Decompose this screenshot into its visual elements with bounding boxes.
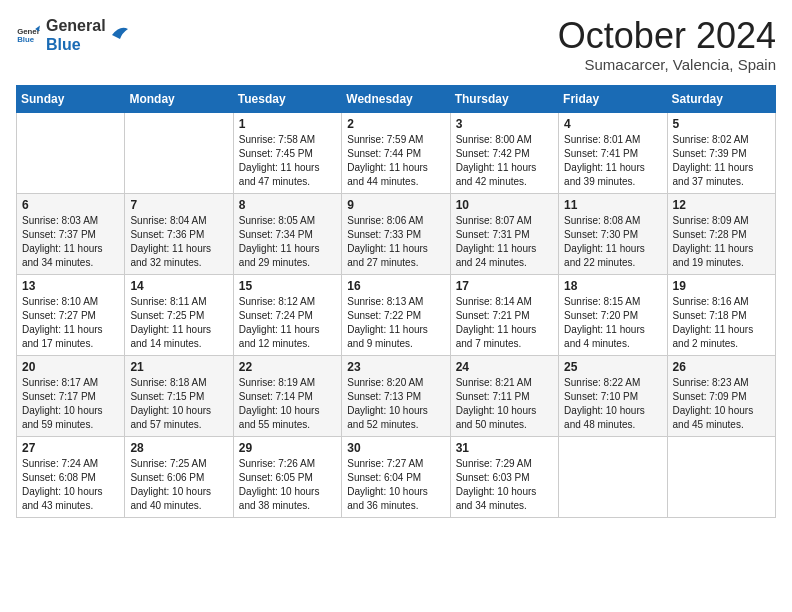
day-info: Sunrise: 8:10 AM Sunset: 7:27 PM Dayligh… <box>22 295 119 351</box>
day-number: 8 <box>239 198 336 212</box>
calendar-cell: 14Sunrise: 8:11 AM Sunset: 7:25 PM Dayli… <box>125 274 233 355</box>
day-number: 22 <box>239 360 336 374</box>
day-info: Sunrise: 7:27 AM Sunset: 6:04 PM Dayligh… <box>347 457 444 513</box>
logo-bird-icon <box>110 17 130 53</box>
calendar-cell: 3Sunrise: 8:00 AM Sunset: 7:42 PM Daylig… <box>450 112 558 193</box>
day-info: Sunrise: 7:59 AM Sunset: 7:44 PM Dayligh… <box>347 133 444 189</box>
calendar-cell: 21Sunrise: 8:18 AM Sunset: 7:15 PM Dayli… <box>125 355 233 436</box>
calendar-cell <box>559 436 667 517</box>
weekday-header-tuesday: Tuesday <box>233 85 341 112</box>
day-info: Sunrise: 8:09 AM Sunset: 7:28 PM Dayligh… <box>673 214 770 270</box>
calendar-cell <box>667 436 775 517</box>
calendar-cell: 30Sunrise: 7:27 AM Sunset: 6:04 PM Dayli… <box>342 436 450 517</box>
day-info: Sunrise: 7:58 AM Sunset: 7:45 PM Dayligh… <box>239 133 336 189</box>
day-number: 30 <box>347 441 444 455</box>
day-info: Sunrise: 8:23 AM Sunset: 7:09 PM Dayligh… <box>673 376 770 432</box>
day-number: 9 <box>347 198 444 212</box>
day-info: Sunrise: 8:00 AM Sunset: 7:42 PM Dayligh… <box>456 133 553 189</box>
weekday-header-row: SundayMondayTuesdayWednesdayThursdayFrid… <box>17 85 776 112</box>
weekday-header-monday: Monday <box>125 85 233 112</box>
calendar-cell <box>17 112 125 193</box>
weekday-header-thursday: Thursday <box>450 85 558 112</box>
day-number: 29 <box>239 441 336 455</box>
day-number: 15 <box>239 279 336 293</box>
day-info: Sunrise: 8:06 AM Sunset: 7:33 PM Dayligh… <box>347 214 444 270</box>
calendar-cell: 11Sunrise: 8:08 AM Sunset: 7:30 PM Dayli… <box>559 193 667 274</box>
day-number: 13 <box>22 279 119 293</box>
calendar-cell: 22Sunrise: 8:19 AM Sunset: 7:14 PM Dayli… <box>233 355 341 436</box>
day-info: Sunrise: 8:21 AM Sunset: 7:11 PM Dayligh… <box>456 376 553 432</box>
calendar-cell: 6Sunrise: 8:03 AM Sunset: 7:37 PM Daylig… <box>17 193 125 274</box>
day-number: 27 <box>22 441 119 455</box>
day-info: Sunrise: 8:20 AM Sunset: 7:13 PM Dayligh… <box>347 376 444 432</box>
day-info: Sunrise: 8:15 AM Sunset: 7:20 PM Dayligh… <box>564 295 661 351</box>
day-info: Sunrise: 8:11 AM Sunset: 7:25 PM Dayligh… <box>130 295 227 351</box>
calendar-cell: 16Sunrise: 8:13 AM Sunset: 7:22 PM Dayli… <box>342 274 450 355</box>
day-info: Sunrise: 8:16 AM Sunset: 7:18 PM Dayligh… <box>673 295 770 351</box>
calendar-cell: 15Sunrise: 8:12 AM Sunset: 7:24 PM Dayli… <box>233 274 341 355</box>
day-info: Sunrise: 8:12 AM Sunset: 7:24 PM Dayligh… <box>239 295 336 351</box>
day-info: Sunrise: 8:02 AM Sunset: 7:39 PM Dayligh… <box>673 133 770 189</box>
calendar-cell: 7Sunrise: 8:04 AM Sunset: 7:36 PM Daylig… <box>125 193 233 274</box>
day-info: Sunrise: 8:17 AM Sunset: 7:17 PM Dayligh… <box>22 376 119 432</box>
calendar-week-row: 13Sunrise: 8:10 AM Sunset: 7:27 PM Dayli… <box>17 274 776 355</box>
calendar-cell: 10Sunrise: 8:07 AM Sunset: 7:31 PM Dayli… <box>450 193 558 274</box>
calendar-cell: 29Sunrise: 7:26 AM Sunset: 6:05 PM Dayli… <box>233 436 341 517</box>
day-number: 12 <box>673 198 770 212</box>
page-header: General Blue General Blue October 2024 S… <box>16 16 776 73</box>
calendar-cell: 24Sunrise: 8:21 AM Sunset: 7:11 PM Dayli… <box>450 355 558 436</box>
calendar-cell: 31Sunrise: 7:29 AM Sunset: 6:03 PM Dayli… <box>450 436 558 517</box>
day-info: Sunrise: 8:08 AM Sunset: 7:30 PM Dayligh… <box>564 214 661 270</box>
calendar-cell: 27Sunrise: 7:24 AM Sunset: 6:08 PM Dayli… <box>17 436 125 517</box>
calendar-cell: 18Sunrise: 8:15 AM Sunset: 7:20 PM Dayli… <box>559 274 667 355</box>
calendar-cell: 9Sunrise: 8:06 AM Sunset: 7:33 PM Daylig… <box>342 193 450 274</box>
calendar-cell: 13Sunrise: 8:10 AM Sunset: 7:27 PM Dayli… <box>17 274 125 355</box>
day-info: Sunrise: 8:01 AM Sunset: 7:41 PM Dayligh… <box>564 133 661 189</box>
day-number: 1 <box>239 117 336 131</box>
calendar-cell: 2Sunrise: 7:59 AM Sunset: 7:44 PM Daylig… <box>342 112 450 193</box>
calendar-cell: 28Sunrise: 7:25 AM Sunset: 6:06 PM Dayli… <box>125 436 233 517</box>
day-number: 24 <box>456 360 553 374</box>
logo: General Blue General Blue <box>16 16 130 54</box>
day-number: 2 <box>347 117 444 131</box>
day-number: 28 <box>130 441 227 455</box>
day-info: Sunrise: 8:13 AM Sunset: 7:22 PM Dayligh… <box>347 295 444 351</box>
calendar-week-row: 6Sunrise: 8:03 AM Sunset: 7:37 PM Daylig… <box>17 193 776 274</box>
month-title: October 2024 <box>558 16 776 56</box>
calendar-cell: 5Sunrise: 8:02 AM Sunset: 7:39 PM Daylig… <box>667 112 775 193</box>
location-title: Sumacarcer, Valencia, Spain <box>558 56 776 73</box>
day-number: 7 <box>130 198 227 212</box>
calendar-cell: 8Sunrise: 8:05 AM Sunset: 7:34 PM Daylig… <box>233 193 341 274</box>
day-number: 16 <box>347 279 444 293</box>
calendar-cell: 25Sunrise: 8:22 AM Sunset: 7:10 PM Dayli… <box>559 355 667 436</box>
calendar-cell: 1Sunrise: 7:58 AM Sunset: 7:45 PM Daylig… <box>233 112 341 193</box>
day-info: Sunrise: 8:05 AM Sunset: 7:34 PM Dayligh… <box>239 214 336 270</box>
day-info: Sunrise: 7:25 AM Sunset: 6:06 PM Dayligh… <box>130 457 227 513</box>
calendar-cell: 23Sunrise: 8:20 AM Sunset: 7:13 PM Dayli… <box>342 355 450 436</box>
weekday-header-sunday: Sunday <box>17 85 125 112</box>
day-number: 21 <box>130 360 227 374</box>
day-number: 17 <box>456 279 553 293</box>
day-info: Sunrise: 7:24 AM Sunset: 6:08 PM Dayligh… <box>22 457 119 513</box>
day-info: Sunrise: 8:22 AM Sunset: 7:10 PM Dayligh… <box>564 376 661 432</box>
day-info: Sunrise: 8:03 AM Sunset: 7:37 PM Dayligh… <box>22 214 119 270</box>
day-number: 26 <box>673 360 770 374</box>
calendar-week-row: 27Sunrise: 7:24 AM Sunset: 6:08 PM Dayli… <box>17 436 776 517</box>
svg-text:Blue: Blue <box>17 35 35 44</box>
day-info: Sunrise: 8:19 AM Sunset: 7:14 PM Dayligh… <box>239 376 336 432</box>
logo-text: General Blue <box>46 16 106 54</box>
weekday-header-friday: Friday <box>559 85 667 112</box>
day-info: Sunrise: 7:26 AM Sunset: 6:05 PM Dayligh… <box>239 457 336 513</box>
calendar-cell: 12Sunrise: 8:09 AM Sunset: 7:28 PM Dayli… <box>667 193 775 274</box>
day-number: 11 <box>564 198 661 212</box>
day-number: 14 <box>130 279 227 293</box>
calendar-body: 1Sunrise: 7:58 AM Sunset: 7:45 PM Daylig… <box>17 112 776 517</box>
day-info: Sunrise: 8:04 AM Sunset: 7:36 PM Dayligh… <box>130 214 227 270</box>
day-number: 20 <box>22 360 119 374</box>
day-number: 19 <box>673 279 770 293</box>
day-info: Sunrise: 7:29 AM Sunset: 6:03 PM Dayligh… <box>456 457 553 513</box>
day-info: Sunrise: 8:14 AM Sunset: 7:21 PM Dayligh… <box>456 295 553 351</box>
calendar-cell: 26Sunrise: 8:23 AM Sunset: 7:09 PM Dayli… <box>667 355 775 436</box>
calendar-cell: 19Sunrise: 8:16 AM Sunset: 7:18 PM Dayli… <box>667 274 775 355</box>
day-number: 25 <box>564 360 661 374</box>
